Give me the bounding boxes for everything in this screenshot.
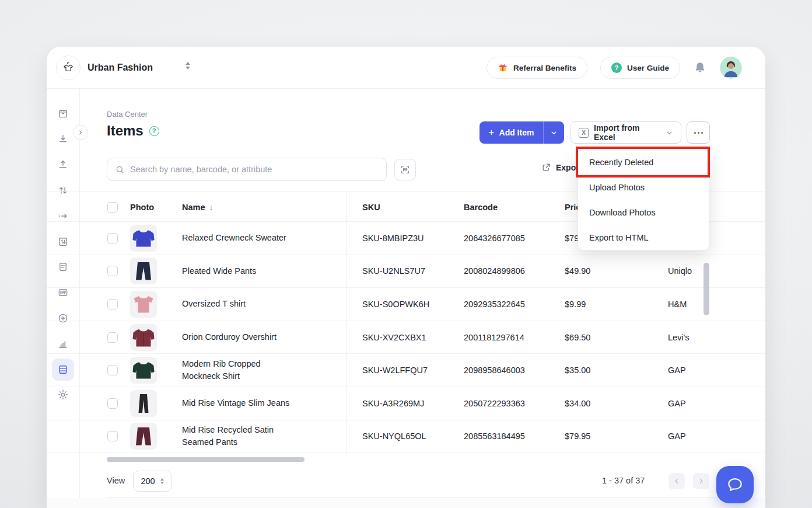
product-brand: Uniqlo: [668, 255, 692, 288]
menu-item-export-to-html[interactable]: Export to HTML: [578, 225, 709, 250]
user-avatar[interactable]: [720, 57, 742, 79]
row-checkbox[interactable]: [107, 431, 118, 441]
select-all-checkbox[interactable]: [107, 202, 118, 213]
plus-icon: +: [489, 127, 495, 138]
pagination-range: 1 - 37 of 37: [602, 476, 645, 485]
sort-desc-icon: ↓: [209, 203, 214, 212]
add-item-label: Add Item: [499, 128, 534, 137]
product-sku: SKU-XV2CXBX1: [362, 321, 426, 354]
table-body: Relaxed Crewneck SweaterSKU-8MBIPZ3U2064…: [47, 222, 765, 453]
add-item-button[interactable]: + Add Item: [480, 121, 544, 144]
company-name[interactable]: Urban Fashion: [88, 47, 153, 89]
top-bar-right: Referral Benefits ? User Guide: [487, 47, 742, 89]
page-size-value: 200: [141, 476, 155, 486]
referral-benefits-label: Referral Benefits: [513, 64, 576, 72]
more-actions-button[interactable]: [687, 121, 710, 144]
table-row[interactable]: Mid Rise Vintage Slim JeansSKU-A3R269MJ2…: [47, 387, 765, 420]
add-item-dropdown-button[interactable]: [544, 121, 564, 144]
table-row[interactable]: Oversized T shirtSKU-S0OPWK6H20929353226…: [47, 288, 765, 321]
menu-item-download-photos[interactable]: Download Photos: [578, 200, 709, 225]
ellipsis-icon: [694, 132, 696, 134]
notification-bell-icon[interactable]: [693, 61, 707, 75]
product-photo: [130, 225, 157, 252]
product-price: $79.95: [565, 420, 590, 453]
product-price: $49.90: [565, 255, 590, 288]
product-photo: [130, 423, 157, 450]
page-size-select[interactable]: 200: [133, 471, 172, 492]
menu-item-recently-deleted[interactable]: Recently Deleted: [578, 149, 709, 175]
horizontal-scrollbar[interactable]: [107, 457, 304, 462]
tshirt-hanger-icon: [60, 60, 76, 76]
referral-benefits-button[interactable]: Referral Benefits: [487, 57, 587, 79]
product-barcode: 2092935322645: [464, 288, 525, 321]
row-checkbox[interactable]: [107, 365, 118, 375]
column-header-name[interactable]: Name ↓: [182, 192, 214, 222]
barcode-scan-button[interactable]: [394, 159, 416, 180]
view-label: View: [107, 476, 125, 485]
user-guide-button[interactable]: ? User Guide: [600, 57, 680, 79]
sidebar-expand-button[interactable]: [73, 125, 88, 140]
menu-item-upload-photos[interactable]: Upload Photos: [578, 175, 709, 200]
table-row[interactable]: Pleated Wide PantsSKU-U2NLS7U72008024899…: [47, 255, 765, 288]
next-page-button[interactable]: [693, 473, 709, 489]
table-row[interactable]: Modern Rib Cropped Mockneck ShirtSKU-W2L…: [47, 354, 765, 387]
row-checkbox[interactable]: [107, 266, 118, 276]
screen: Urban Fashion Referral Benefits ? User: [0, 0, 812, 508]
package-icon: [57, 108, 69, 120]
table-row[interactable]: Mid Rise Recycled Satin Seamed PantsSKU-…: [47, 420, 765, 454]
chat-widget-button[interactable]: [716, 466, 754, 503]
product-brand: H&M: [668, 288, 687, 321]
sidebar-item-upload[interactable]: [52, 154, 74, 176]
product-name: Relaxed Crewneck Sweater: [182, 222, 293, 255]
product-sku: SKU-NYQL65OL: [362, 420, 426, 453]
user-guide-label: User Guide: [627, 64, 669, 72]
product-sku: SKU-A3R269MJ: [362, 387, 424, 420]
product-price: $69.50: [565, 321, 590, 354]
product-photo: [130, 357, 157, 384]
product-sku: SKU-8MBIPZ3U: [362, 222, 424, 255]
product-barcode: 2098958646003: [464, 354, 525, 387]
product-barcode: 2064326677085: [464, 222, 525, 255]
product-brand: GAP: [668, 387, 686, 420]
company-switcher-icon[interactable]: [186, 62, 190, 69]
row-checkbox[interactable]: [107, 299, 118, 309]
chevron-left-icon: [673, 477, 681, 485]
search-box: [107, 158, 387, 181]
barcode-scan-icon: [400, 164, 411, 175]
product-sku: SKU-U2NLS7U7: [362, 255, 425, 288]
product-brand: GAP: [668, 420, 686, 453]
row-checkbox[interactable]: [107, 398, 118, 409]
product-barcode: 2085563184495: [464, 420, 525, 453]
product-name: Orion Corduroy Overshirt: [182, 321, 293, 354]
product-sku: SKU-S0OPWK6H: [362, 288, 429, 321]
product-brand: GAP: [668, 354, 686, 387]
import-from-excel-button[interactable]: X Import from Excel: [570, 121, 681, 144]
product-sku: SKU-W2LFFQU7: [362, 354, 428, 387]
row-checkbox[interactable]: [107, 332, 118, 343]
select-arrows-icon: [160, 478, 164, 484]
sidebar-item-download[interactable]: [52, 128, 74, 150]
row-checkbox[interactable]: [107, 233, 118, 243]
company-logo: [56, 55, 80, 80]
product-name: Mid Rise Recycled Satin Seamed Pants: [182, 420, 293, 453]
table-row[interactable]: Orion Corduroy OvershirtSKU-XV2CXBX12001…: [47, 321, 765, 354]
export-button[interactable]: Export: [541, 162, 582, 172]
page-title: Items: [107, 123, 144, 139]
product-barcode: 2001181297614: [464, 321, 524, 354]
sidebar-item-package[interactable]: [52, 103, 74, 125]
question-badge-icon: ?: [611, 62, 622, 73]
product-brand: Levi's: [668, 321, 690, 354]
previous-page-button[interactable]: [668, 473, 685, 489]
add-item-split-button: + Add Item: [480, 121, 564, 144]
upload-icon: [57, 159, 69, 171]
column-header-barcode: Barcode: [464, 192, 498, 222]
vertical-scrollbar[interactable]: [704, 263, 709, 315]
import-from-excel-label: Import from Excel: [594, 123, 660, 142]
excel-icon: X: [579, 128, 589, 138]
help-icon[interactable]: ?: [149, 126, 159, 136]
export-icon: [541, 162, 551, 172]
search-input[interactable]: [130, 165, 379, 174]
breadcrumb: Data Center: [107, 110, 148, 119]
footer-strip: [47, 498, 765, 508]
footer-divider: [107, 497, 754, 498]
